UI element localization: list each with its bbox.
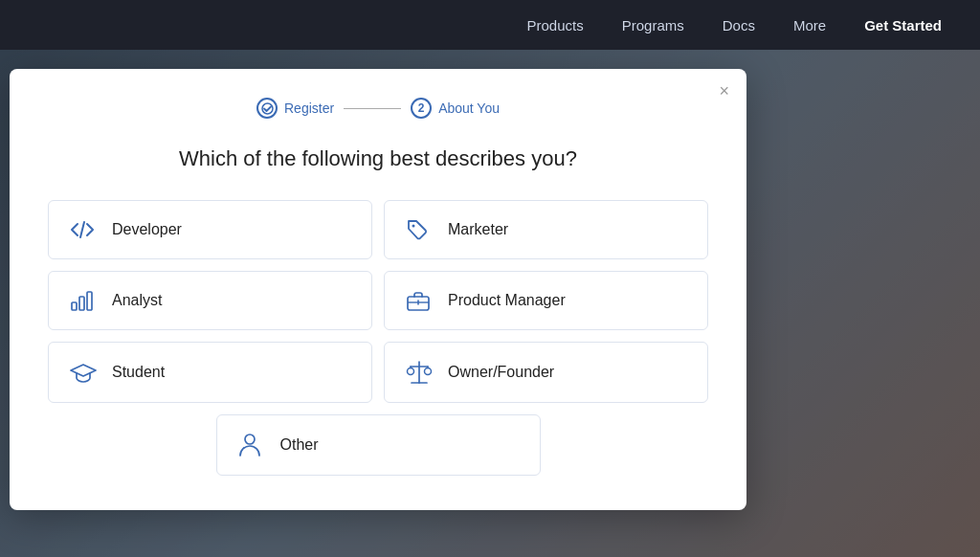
svg-rect-4 — [79, 297, 84, 310]
option-developer[interactable]: Developer — [48, 200, 372, 259]
option-marketer[interactable]: Marketer — [384, 200, 708, 259]
step-2: 2 About You — [411, 98, 500, 119]
svg-point-2 — [412, 224, 415, 227]
other-label: Other — [280, 436, 319, 454]
chart-icon — [70, 289, 97, 312]
nav-products[interactable]: Products — [527, 17, 584, 33]
product-manager-label: Product Manager — [448, 292, 566, 309]
modal-overlay: × Register 2 — [0, 50, 980, 557]
step1-checkmark — [256, 98, 278, 119]
tag-icon — [406, 218, 433, 241]
svg-marker-9 — [71, 365, 96, 376]
question-text: Which of the following best describes yo… — [48, 145, 708, 173]
background-image: × Register 2 — [0, 50, 980, 557]
svg-point-14 — [425, 368, 432, 374]
stepper: Register 2 About You — [48, 98, 708, 119]
nav-docs[interactable]: Docs — [723, 17, 755, 33]
navbar: Products Programs Docs More Get Started — [0, 0, 980, 50]
nav-programs[interactable]: Programs — [622, 17, 684, 33]
options-grid: Developer Marketer — [48, 200, 708, 403]
option-analyst[interactable]: Analyst — [48, 271, 372, 330]
nav-more[interactable]: More — [793, 17, 826, 33]
owner-founder-label: Owner/Founder — [448, 364, 554, 381]
step2-label: About You — [438, 100, 500, 116]
graduation-icon — [70, 361, 97, 384]
svg-point-17 — [245, 434, 255, 444]
code-icon — [70, 219, 97, 240]
svg-line-1 — [80, 222, 84, 237]
option-owner-founder[interactable]: Owner/Founder — [384, 342, 708, 403]
briefcase-icon — [406, 289, 433, 312]
step-1: Register — [256, 98, 334, 119]
nav-get-started[interactable]: Get Started — [864, 17, 942, 33]
student-label: Student — [112, 364, 165, 381]
step2-circle: 2 — [411, 98, 432, 119]
analyst-label: Analyst — [112, 292, 162, 309]
svg-point-13 — [408, 368, 414, 374]
scales-icon — [406, 360, 433, 385]
modal-dialog: × Register 2 — [10, 69, 746, 510]
person-icon — [238, 433, 265, 457]
marketer-label: Marketer — [448, 221, 508, 238]
other-row: Other — [48, 414, 708, 476]
option-other[interactable]: Other — [216, 414, 541, 476]
background: Products Programs Docs More Get Started … — [0, 0, 980, 557]
step1-label: Register — [284, 100, 334, 116]
svg-rect-3 — [72, 302, 77, 310]
svg-rect-5 — [87, 292, 92, 310]
option-product-manager[interactable]: Product Manager — [384, 271, 708, 330]
close-button[interactable]: × — [719, 82, 729, 100]
option-student[interactable]: Student — [48, 342, 372, 403]
developer-label: Developer — [112, 221, 182, 238]
step-divider — [344, 108, 401, 109]
